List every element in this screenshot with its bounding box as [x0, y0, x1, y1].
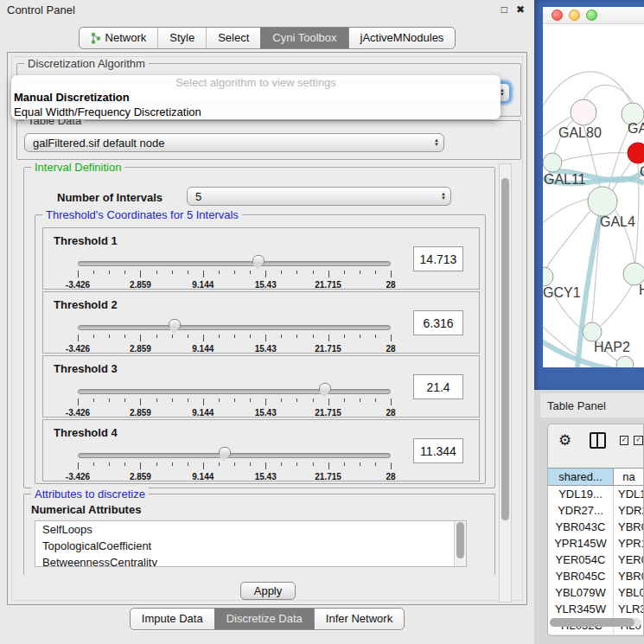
table-data-value: galFiltered.sif default node [33, 137, 430, 150]
list-scrollbar[interactable] [454, 521, 466, 566]
table-cell[interactable]: YBR045C [548, 568, 614, 584]
segmented-tabs: NetworkStyleSelectCyni ToolboxjActiveMNo… [79, 27, 456, 49]
threshold-slider[interactable]: -3.4262.8599.14415.4321.71528 [78, 322, 391, 353]
slider-tick [344, 271, 345, 274]
checkbox-icon[interactable]: ✓ [620, 436, 629, 445]
tab-label: Infer Network [326, 612, 392, 625]
slider-track[interactable] [78, 261, 391, 266]
minimize-traffic-light-icon[interactable] [569, 10, 580, 21]
slider-tick [313, 271, 314, 274]
threshold-slider[interactable]: -3.4262.8599.14415.4321.71528 [78, 386, 391, 417]
combo-stepper-icon[interactable]: ▲ ▼ [437, 188, 450, 205]
table-data-combobox[interactable]: galFiltered.sif default node ▲ ▼ [24, 133, 444, 152]
slider-tick-label: 9.144 [192, 408, 214, 418]
table-cell[interactable]: YPR1 [614, 535, 644, 552]
table-row[interactable]: YBR043CYBR0 [548, 519, 644, 535]
content-scrollbar-thumb[interactable] [501, 178, 509, 520]
table-cell[interactable]: YBR0 [614, 568, 644, 584]
slider-track[interactable] [78, 389, 391, 394]
threshold-value-field[interactable] [413, 310, 463, 335]
tab-cyni-toolbox[interactable]: Cyni Toolbox [260, 28, 348, 48]
table-horizontal-scrollbar[interactable] [550, 618, 641, 627]
table-cell[interactable]: YER0 [614, 552, 644, 568]
gear-icon[interactable]: ⚙ [558, 431, 571, 450]
table-cell[interactable]: YDR27... [548, 502, 614, 519]
network-node[interactable] [543, 153, 562, 172]
algorithm-option-manual[interactable]: Manual Discretization [11, 90, 501, 105]
number-of-intervals-combobox[interactable]: 5 ▲ ▼ [187, 187, 451, 206]
table-row[interactable]: YDR27...YDR2 [548, 502, 644, 519]
table-cell[interactable]: YBR043C [548, 519, 614, 535]
slider-tick [140, 335, 141, 341]
table-cell[interactable]: YDL1 [614, 486, 644, 502]
table-row[interactable]: YBR045CYBR0 [548, 568, 644, 584]
combo-stepper-icon[interactable]: ▲ ▼ [430, 134, 443, 151]
attribute-list-item[interactable]: SelfLoops [35, 521, 466, 538]
threshold-value-field[interactable] [413, 374, 463, 399]
slider-track[interactable] [78, 325, 391, 330]
threshold-value-field[interactable] [413, 438, 463, 463]
table-column-header[interactable]: na [614, 468, 644, 486]
tab-network[interactable]: Network [80, 28, 158, 48]
table-cell[interactable]: YBL0 [614, 584, 644, 601]
table-column-header[interactable]: shared... [548, 468, 614, 486]
slider-tick [140, 271, 141, 277]
close-traffic-light-icon[interactable] [552, 10, 563, 21]
table-cell[interactable]: YBR0 [614, 519, 644, 535]
slider-tick [203, 462, 204, 469]
attribute-list-item[interactable]: BetweennessCentrality [35, 554, 466, 567]
threshold-value-field[interactable] [413, 246, 463, 271]
table-cell[interactable]: YBL079W [548, 584, 614, 601]
float-window-icon[interactable]: □ [497, 3, 512, 16]
network-canvas[interactable]: GAL80GACGAL11GAL4GCY1HHAP2 [543, 24, 644, 367]
table-row[interactable]: YBL079WYBL0 [548, 584, 644, 601]
tab-jactivemnodules[interactable]: jActiveMNodules [348, 28, 456, 48]
table-row[interactable]: YDL19...YDL1 [548, 486, 644, 502]
tab-style[interactable]: Style [157, 28, 206, 48]
threshold-slider[interactable]: -3.4262.8599.14415.4321.71528 [78, 450, 391, 481]
table-cell[interactable]: YER054C [548, 552, 614, 568]
algorithm-option-equal-width[interactable]: Equal Width/Frequency Discretization [11, 105, 501, 119]
zoom-traffic-light-icon[interactable] [586, 10, 597, 21]
network-node[interactable] [588, 187, 617, 216]
network-node[interactable] [571, 99, 596, 125]
table-row[interactable]: YLR345WYLR3 [548, 601, 644, 617]
network-node[interactable] [616, 356, 634, 367]
table-cell[interactable]: YDL19... [548, 486, 614, 502]
slider-tick [296, 271, 297, 274]
table-row[interactable]: YPR145WYPR1 [548, 535, 644, 552]
slider-tick [203, 399, 204, 405]
table-cell[interactable]: YLR345W [548, 601, 614, 617]
list-scrollbar-thumb[interactable] [456, 522, 464, 558]
network-node[interactable] [543, 267, 553, 286]
checkbox-icon[interactable]: ✓ [634, 436, 643, 445]
slider-tick [93, 271, 94, 274]
slider-thumb[interactable] [319, 383, 331, 392]
slider-tick-label: 28 [386, 408, 395, 418]
content-scrollbar[interactable] [499, 163, 512, 603]
apply-button[interactable]: Apply [240, 582, 296, 600]
slider-tick [109, 271, 110, 274]
slider-thumb[interactable] [219, 447, 231, 456]
table-cell[interactable]: YPR145W [548, 535, 614, 552]
table-cell[interactable]: YDR2 [614, 502, 644, 519]
threshold-slider[interactable]: -3.4262.8599.14415.4321.71528 [78, 258, 391, 289]
table-cell[interactable]: YLR3 [614, 601, 644, 617]
table-hscrollbar-thumb[interactable] [550, 618, 634, 627]
tab-select[interactable]: Select [206, 28, 260, 48]
slider-thumb[interactable] [252, 255, 265, 265]
split-columns-icon[interactable] [590, 432, 605, 449]
tab-infer-network[interactable]: Infer Network [314, 609, 404, 629]
network-node[interactable] [628, 143, 644, 163]
tab-discretize-data[interactable]: Discretize Data [214, 609, 314, 629]
network-node[interactable] [583, 322, 602, 341]
attribute-list-item[interactable]: TopologicalCoefficient [35, 538, 466, 554]
slider-track[interactable] [78, 453, 391, 458]
numerical-attributes-list[interactable]: SelfLoopsTopologicalCoefficientBetweenne… [35, 520, 467, 567]
network-tree-icon [91, 32, 101, 44]
table-row[interactable]: YER054CYER0 [548, 552, 644, 568]
close-window-icon[interactable]: ✖ [512, 3, 529, 16]
slider-thumb[interactable] [169, 319, 181, 328]
slider-tick [93, 335, 94, 338]
tab-impute-data[interactable]: Impute Data [131, 609, 214, 629]
